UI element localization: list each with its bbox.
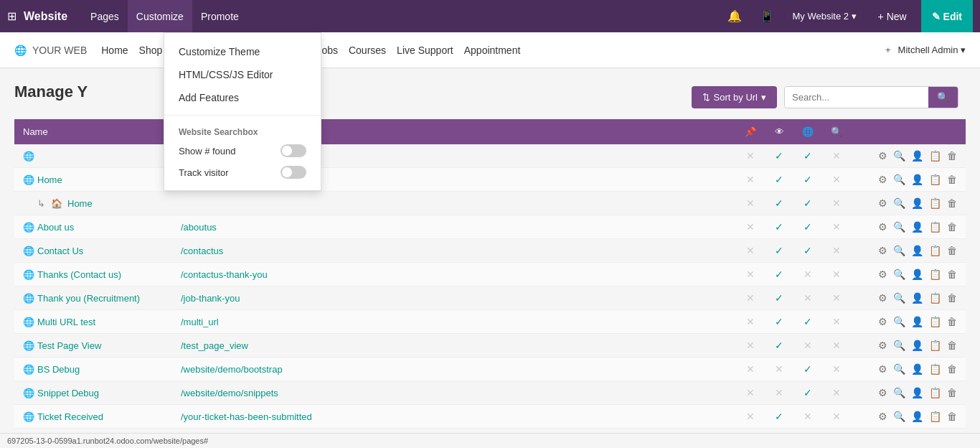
page-name-link[interactable]: Test Page View	[37, 340, 101, 351]
globe-cell[interactable]: ✓	[793, 310, 822, 334]
preview-icon[interactable]: 🔍	[893, 340, 905, 351]
delete-icon[interactable]: 🗑	[947, 197, 957, 209]
copy-icon[interactable]: 📋	[929, 269, 941, 280]
grid-icon[interactable]: ⊞	[7, 9, 17, 23]
settings-icon[interactable]: ⚙	[878, 340, 887, 351]
page-name-link[interactable]: Multi URL test	[37, 317, 95, 327]
clone-icon[interactable]: 👤	[911, 387, 923, 398]
delete-icon[interactable]: 🗑	[947, 387, 957, 398]
settings-icon[interactable]: ⚙	[878, 197, 887, 209]
preview-icon[interactable]: 🔍	[893, 245, 905, 256]
copy-icon[interactable]: 📋	[929, 245, 941, 256]
pin-cell[interactable]: ✕	[736, 144, 765, 168]
search-button[interactable]: 🔍	[928, 87, 958, 108]
add-features-item[interactable]: Add Features	[164, 86, 321, 109]
globe-cell[interactable]: ✕	[793, 334, 822, 358]
new-button[interactable]: + New	[867, 0, 918, 32]
preview-icon[interactable]: 🔍	[893, 316, 905, 327]
eye-cell[interactable]: ✕	[765, 358, 793, 381]
eye-cell[interactable]: ✓	[765, 144, 793, 168]
settings-icon[interactable]: ⚙	[878, 292, 887, 304]
globe-cell[interactable]: ✕	[793, 405, 822, 429]
site-nav-home[interactable]: Home	[101, 45, 128, 56]
eye-cell[interactable]: ✓	[765, 334, 793, 358]
admin-dropdown[interactable]: Mitchell Admin ▾	[898, 45, 966, 55]
preview-icon[interactable]: 🔍	[893, 269, 905, 280]
delete-icon[interactable]: 🗑	[947, 363, 957, 375]
globe-cell[interactable]: ✓	[793, 168, 822, 192]
page-name-link[interactable]: About us	[37, 222, 74, 233]
clone-icon[interactable]: 👤	[911, 245, 923, 256]
clone-icon[interactable]: 👤	[911, 316, 923, 327]
pin-cell[interactable]: ✕	[736, 310, 765, 334]
settings-icon[interactable]: ⚙	[878, 387, 887, 398]
html-editor-item[interactable]: HTML/CSS/JS Editor	[164, 63, 321, 86]
pin-cell[interactable]: ✕	[736, 263, 765, 286]
clone-icon[interactable]: 👤	[911, 269, 923, 280]
pin-cell[interactable]: ✕	[736, 192, 765, 215]
clone-icon[interactable]: 👤	[911, 292, 923, 304]
globe-cell[interactable]: ✓	[793, 192, 822, 215]
eye-cell[interactable]: ✓	[765, 215, 793, 239]
page-url-link[interactable]: /your-ticket-has-been-submitted	[181, 411, 312, 422]
searchable-cell[interactable]: ✕	[822, 334, 851, 358]
page-name-link[interactable]: Contact Us	[37, 246, 83, 256]
eye-cell[interactable]: ✓	[765, 192, 793, 215]
searchable-cell[interactable]: ✕	[822, 405, 851, 429]
page-name-link[interactable]: Home	[67, 198, 93, 209]
searchable-cell[interactable]: ✕	[822, 263, 851, 286]
preview-icon[interactable]: 🔍	[893, 387, 905, 398]
preview-icon[interactable]: 🔍	[893, 174, 905, 185]
searchable-cell[interactable]: ✕	[822, 192, 851, 215]
page-url-link[interactable]: /multi_url	[181, 317, 219, 327]
globe-cell[interactable]: ✓	[793, 215, 822, 239]
globe-cell[interactable]: ✕	[793, 286, 822, 310]
show-found-toggle[interactable]	[281, 144, 306, 157]
preview-icon[interactable]: 🔍	[893, 150, 905, 162]
settings-icon[interactable]: ⚙	[878, 245, 887, 256]
eye-cell[interactable]: ✓	[765, 168, 793, 192]
settings-icon[interactable]: ⚙	[878, 174, 887, 185]
globe-cell[interactable]: ✕	[793, 263, 822, 286]
eye-cell[interactable]: ✓	[765, 239, 793, 263]
customize-theme-item[interactable]: Customize Theme	[164, 40, 321, 63]
pin-cell[interactable]: ✕	[736, 358, 765, 381]
pin-cell[interactable]: ✕	[736, 405, 765, 429]
globe-cell[interactable]: ✓	[793, 239, 822, 263]
site-nav-courses[interactable]: Courses	[349, 45, 386, 56]
eye-cell[interactable]: ✓	[765, 405, 793, 429]
clone-icon[interactable]: 👤	[911, 340, 923, 351]
searchable-cell[interactable]: ✕	[822, 381, 851, 405]
searchable-cell[interactable]: ✕	[822, 168, 851, 192]
settings-icon[interactable]: ⚙	[878, 150, 887, 162]
searchable-cell[interactable]: ✕	[822, 310, 851, 334]
settings-icon[interactable]: ⚙	[878, 363, 887, 375]
page-name-link[interactable]: Thank you (Recruitment)	[37, 293, 140, 304]
search-input[interactable]	[785, 87, 928, 108]
eye-cell[interactable]: ✕	[765, 381, 793, 405]
clone-icon[interactable]: 👤	[911, 221, 923, 233]
page-name-link[interactable]: Ticket Received	[37, 411, 103, 422]
page-url-link[interactable]: /contactus-thank-you	[181, 269, 268, 280]
page-name-link[interactable]: Snippet Debug	[37, 388, 99, 398]
settings-icon[interactable]: ⚙	[878, 316, 887, 327]
pin-cell[interactable]: ✕	[736, 286, 765, 310]
copy-icon[interactable]: 📋	[929, 363, 941, 375]
copy-icon[interactable]: 📋	[929, 292, 941, 304]
pin-cell[interactable]: ✕	[736, 168, 765, 192]
pin-cell[interactable]: ✕	[736, 334, 765, 358]
edit-button[interactable]: ✎ Edit	[921, 0, 973, 32]
globe-cell[interactable]: ✓	[793, 144, 822, 168]
page-url-link[interactable]: /test_page_view	[181, 340, 248, 351]
page-url-link[interactable]: /contactus	[181, 246, 223, 256]
delete-icon[interactable]: 🗑	[947, 221, 957, 233]
nav-customize[interactable]: Customize	[128, 0, 192, 32]
delete-icon[interactable]: 🗑	[947, 316, 957, 327]
page-url-link[interactable]: /job-thank-you	[181, 293, 240, 304]
copy-icon[interactable]: 📋	[929, 221, 941, 233]
settings-icon[interactable]: ⚙	[878, 269, 887, 280]
copy-icon[interactable]: 📋	[929, 387, 941, 398]
pin-cell[interactable]: ✕	[736, 215, 765, 239]
eye-cell[interactable]: ✓	[765, 263, 793, 286]
delete-icon[interactable]: 🗑	[947, 174, 957, 185]
